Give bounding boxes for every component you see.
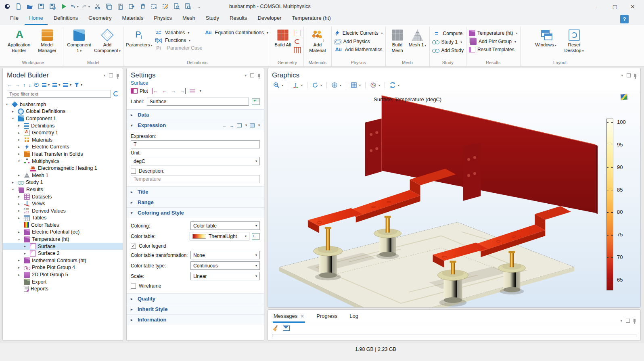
tree-expander-icon[interactable]: ▸ [24, 244, 30, 248]
rename-icon[interactable] [252, 98, 260, 105]
save-as-button[interactable] [48, 2, 57, 11]
tree-expander-icon[interactable]: ▸ [18, 273, 24, 277]
component-1-button[interactable]: Component 1▾ [66, 28, 92, 53]
tree-item[interactable]: ▾ Component 1 [3, 115, 123, 122]
pin-panel-icon[interactable] [634, 319, 636, 322]
filter-button[interactable]: ▾ [74, 83, 82, 87]
tree-filter-input[interactable] [7, 90, 111, 98]
tree-expander-icon[interactable]: ▾ [18, 159, 24, 163]
plot-in-icon[interactable] [190, 90, 195, 92]
tree-item[interactable]: ▾ Results [3, 186, 123, 193]
messages-tab[interactable]: Log ✕ [349, 311, 359, 323]
menu-tab[interactable]: Geometry [84, 13, 116, 25]
insert-expression-icon[interactable] [237, 123, 242, 127]
close-button[interactable]: ✕ [624, 0, 642, 13]
panel-menu-icon[interactable]: ▾ [620, 319, 622, 323]
tree-expander-icon[interactable]: ▸ [18, 202, 24, 206]
replace-expression-icon[interactable] [250, 123, 255, 127]
app-logo[interactable] [2, 2, 12, 11]
add-component-button[interactable]: Add Component▾ [94, 28, 121, 53]
snapshot-icon[interactable] [620, 94, 627, 100]
tree-item[interactable]: ▸ Mesh 1 [3, 172, 123, 179]
pin-panel-icon[interactable] [634, 74, 636, 77]
tree-item[interactable]: ▸ Views [3, 200, 123, 207]
menu-tab[interactable]: Study [201, 13, 224, 25]
plot-next-icon[interactable]: → [171, 88, 176, 94]
mesh-1-button[interactable]: Mesh 1▾ [408, 28, 427, 48]
coloring-select[interactable]: Color table▾ [190, 221, 260, 230]
float-panel-icon[interactable] [626, 319, 630, 323]
tree-item[interactable]: ▸ Surface 2 [3, 250, 123, 257]
menu-tab[interactable]: Mesh [178, 13, 200, 25]
undo-button[interactable]: ▾ [70, 2, 80, 11]
section-quality[interactable]: ▸Quality [127, 293, 264, 304]
tree-item[interactable]: ▾ busbar.mph [3, 101, 123, 108]
section-information[interactable]: ▸Information [127, 314, 264, 325]
prev-expression-icon[interactable]: ← [222, 123, 227, 128]
close-tab-icon[interactable]: ✕ [300, 313, 304, 319]
next-expression-icon[interactable]: → [230, 123, 234, 128]
geometry-virtual-operations-button[interactable] [294, 47, 301, 53]
tree-item[interactable]: Export [3, 278, 123, 286]
tree-expander-icon[interactable]: ▸ [12, 181, 18, 184]
tree-item[interactable]: ▾ Multiphysics [3, 158, 123, 165]
tree-item[interactable]: ▸ Derived Values [3, 207, 123, 215]
description-input[interactable] [131, 175, 260, 183]
tree-item[interactable]: ▸ Heat Transfer in Solids [3, 150, 123, 158]
tree-item[interactable]: ▸ Isothermal Contours (ht) [3, 257, 123, 264]
tree-expander-icon[interactable]: ▸ [24, 252, 30, 255]
delete-button[interactable] [138, 2, 148, 11]
scale-select[interactable]: Linear▾ [190, 272, 260, 280]
scene-projection-button[interactable]: ▾ [330, 81, 343, 89]
find-button[interactable] [172, 2, 182, 11]
color-table-type-select[interactable]: Continuous▾ [190, 261, 260, 270]
find-replace-button[interactable] [183, 2, 193, 11]
wireframe-checkbox[interactable] [131, 284, 136, 289]
grid-button[interactable]: ▾ [349, 81, 362, 89]
color-table-select[interactable]: ThermalLight▾ [190, 232, 249, 240]
tree-expander-icon[interactable]: ▸ [18, 173, 24, 177]
tree-item[interactable]: ▸ Surface [3, 243, 123, 250]
tree-item[interactable]: ▸ Global Definitions [3, 108, 123, 115]
tree-expander-icon[interactable]: ▾ [6, 102, 12, 106]
messages-content[interactable] [272, 334, 636, 337]
plot-button[interactable]: Plot [131, 88, 148, 94]
plot-first-icon[interactable]: ← [152, 88, 158, 94]
functions-button[interactable]: f(x)Functions▾ [154, 38, 202, 43]
float-panel-icon[interactable] [109, 73, 113, 77]
parameters-button[interactable]: Parameters▾ [126, 28, 153, 48]
move-down-button[interactable]: ↓ [29, 82, 31, 88]
section-data[interactable]: ▸Data [127, 109, 264, 120]
tree-item[interactable]: ▸ Geometry 1 [3, 129, 123, 136]
menu-tab[interactable]: Materials [117, 13, 148, 25]
run-button[interactable] [59, 2, 69, 11]
temperature-plot-button[interactable]: Temperature (ht)▾ [469, 30, 518, 36]
tree-item[interactable]: ▸ Tables [3, 215, 123, 222]
add-plot-group-button[interactable]: Add Plot Group▾ [469, 38, 518, 45]
duplicate-button[interactable] [127, 2, 136, 11]
tree-expander-icon[interactable]: ▸ [18, 131, 24, 135]
tree-expander-icon[interactable]: ▸ [18, 259, 24, 262]
panel-menu-icon[interactable]: ▾ [245, 73, 247, 77]
tree-item[interactable]: ▸ Study 1 [3, 179, 123, 186]
minimize-button[interactable]: – [588, 0, 606, 13]
float-panel-icon[interactable] [627, 73, 631, 77]
tree-item[interactable]: ▸ Datasets [3, 193, 123, 200]
tree-expander-icon[interactable]: ▾ [18, 238, 24, 241]
tree-expander-icon[interactable]: ▸ [18, 124, 24, 127]
tree-item[interactable]: ▸ Electric Currents [3, 144, 123, 151]
menu-tab[interactable]: Developer [253, 13, 286, 25]
tree-expander-icon[interactable]: ▸ [18, 230, 24, 234]
refresh-icon[interactable] [113, 91, 119, 96]
unit-select[interactable]: degC▾ [131, 157, 260, 165]
tree-expander-icon[interactable]: ▸ [18, 145, 24, 149]
tree-expander-icon[interactable]: ▾ [12, 117, 18, 120]
tree-item[interactable]: Color Tables [3, 221, 123, 229]
add-physics-button[interactable]: Add Physics [334, 38, 383, 45]
tree-expander-icon[interactable]: ▸ [12, 110, 18, 113]
go-to-view-button[interactable]: ▾ [291, 81, 304, 89]
section-coloring-style[interactable]: ▾Coloring and Style [127, 207, 264, 218]
scene-light-button[interactable]: ▾ [369, 81, 381, 89]
menu-tab[interactable]: Results [225, 13, 251, 25]
expression-input[interactable] [131, 140, 260, 148]
